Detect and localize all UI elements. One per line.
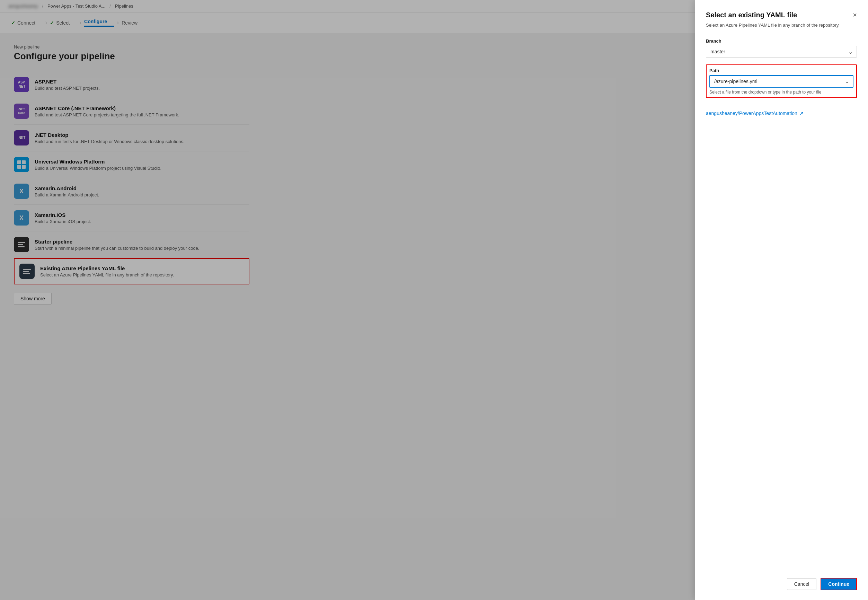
modal-overlay: Select an existing YAML file × Select an… [0, 0, 868, 600]
path-chevron-icon[interactable]: ⌄ [841, 78, 853, 85]
modal-footer: Cancel Continue [706, 570, 857, 590]
modal-header: Select an existing YAML file × [706, 11, 857, 19]
modal-close-button[interactable]: × [853, 11, 857, 19]
continue-button[interactable]: Continue [821, 578, 857, 590]
branch-select-wrapper[interactable]: master main develop ⌄ [706, 46, 857, 58]
path-hint: Select a file from the dropdown or type … [709, 90, 853, 95]
modal-subtitle: Select an Azure Pipelines YAML file in a… [706, 22, 857, 29]
path-input[interactable] [710, 76, 841, 87]
path-label: Path [709, 68, 853, 73]
branch-label: Branch [706, 38, 857, 44]
external-link-icon: ↗ [800, 111, 804, 116]
modal-title: Select an existing YAML file [706, 11, 797, 19]
repo-link[interactable]: aengusheaney/PowerAppsTestAutomation ↗ [706, 111, 857, 116]
modal-panel: Select an existing YAML file × Select an… [695, 0, 868, 600]
cancel-button[interactable]: Cancel [787, 578, 817, 590]
path-input-wrapper[interactable]: ⌄ [709, 75, 853, 88]
path-form-group: Path ⌄ Select a file from the dropdown o… [706, 64, 857, 98]
branch-form-group: Branch master main develop ⌄ [706, 38, 857, 58]
repo-link-text: aengusheaney/PowerAppsTestAutomation [706, 111, 797, 116]
branch-select[interactable]: master main develop [706, 46, 857, 58]
